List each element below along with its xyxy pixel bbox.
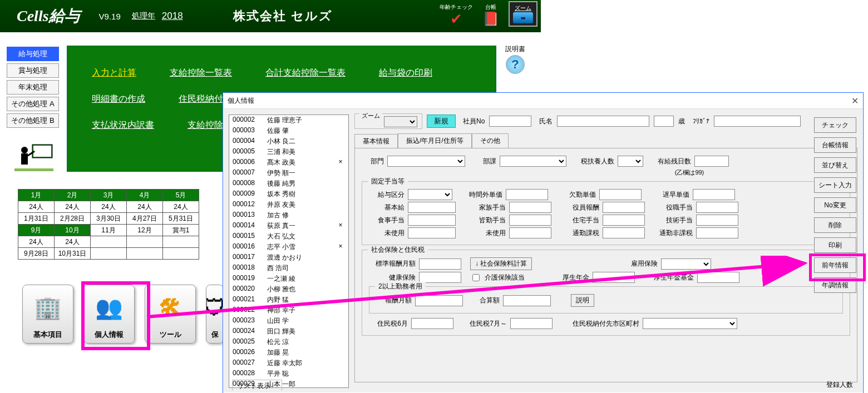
help-area[interactable]: 説明書 ?: [505, 44, 525, 74]
mode-salary[interactable]: 給与処理: [7, 47, 59, 61]
menu-total-list[interactable]: 合計支給控除一覧表: [265, 67, 346, 79]
list-item[interactable]: 000018西 浩司: [229, 263, 348, 273]
tools-button[interactable]: 🛠 ツール: [145, 285, 196, 344]
list-item[interactable]: 000002佐藤 理恵子: [229, 115, 348, 126]
menu-payment-detail[interactable]: 支払状況内訳書: [92, 120, 154, 131]
commute-tax-field[interactable]: [603, 227, 645, 238]
mode-other-a[interactable]: その他処理 A: [7, 97, 59, 111]
print-button[interactable]: 印刷: [814, 237, 856, 253]
new-button[interactable]: 新規: [427, 115, 456, 128]
emp-ins-select[interactable]: [661, 258, 711, 270]
list-item[interactable]: 000023山田 学: [229, 316, 348, 326]
no-change-button[interactable]: No変更: [814, 197, 856, 213]
check-button[interactable]: チェック: [814, 117, 856, 133]
list-item[interactable]: 000027近藤 幸太郎: [229, 358, 348, 369]
list-item[interactable]: 000005三浦 和美: [229, 147, 348, 157]
mode-other-b[interactable]: その他処理 B: [7, 113, 59, 128]
name-field[interactable]: [557, 116, 649, 127]
list-item[interactable]: 000024田口 輝美: [229, 326, 348, 337]
list-item[interactable]: 000019一之瀬 綾: [229, 273, 348, 284]
list-item[interactable]: 000012井原 友美: [229, 200, 348, 210]
list-item[interactable]: 000015大石 弘文: [229, 231, 348, 242]
tab-transfer[interactable]: 振込/年月日/住所等: [398, 133, 472, 148]
dependents-select[interactable]: [618, 156, 643, 167]
list-item[interactable]: 000014荻原 真一×: [229, 221, 348, 231]
menu-slip-create[interactable]: 明細書の作成: [92, 93, 145, 105]
family-field[interactable]: [509, 202, 551, 213]
employee-list[interactable]: 000002佐藤 理恵子000003佐藤 肇000004小林 良二000005三…: [229, 115, 349, 388]
meal-field[interactable]: [408, 215, 456, 226]
close-icon[interactable]: ✕: [851, 96, 859, 106]
menu-pay-envelope[interactable]: 給与袋の印刷: [379, 67, 432, 79]
paid-leave-field[interactable]: [694, 156, 729, 167]
year-adjust-button[interactable]: 年調情報: [814, 277, 856, 293]
unused2-field[interactable]: [509, 227, 551, 238]
personal-info-button[interactable]: 👥 個人情報: [83, 285, 135, 344]
list-item[interactable]: 000021内野 猛: [229, 295, 348, 305]
skill-field[interactable]: [696, 215, 738, 226]
emp-no-field[interactable]: [489, 116, 531, 127]
house-field[interactable]: [603, 215, 645, 226]
commute-notax-field[interactable]: [696, 227, 738, 238]
calc-insurance-button[interactable]: ↓ 社会保険料計算: [470, 257, 532, 270]
attend-field[interactable]: [509, 215, 551, 226]
menu-input-calc[interactable]: 入力と計算: [92, 67, 136, 79]
list-item[interactable]: 000028平井 聡: [229, 369, 348, 379]
restax-july-field[interactable]: [510, 318, 553, 329]
restax-city-select[interactable]: [643, 318, 737, 329]
restax-june-field[interactable]: [411, 318, 453, 329]
year-value[interactable]: 2018: [162, 11, 183, 22]
list-item[interactable]: 000026加藤 晃: [229, 347, 348, 358]
list-item[interactable]: 000017渡邊 かおり: [229, 252, 348, 263]
basic-items-button[interactable]: 🏢 基本項目: [22, 285, 73, 344]
std-monthly-field[interactable]: [419, 258, 461, 270]
welfare-field[interactable]: [593, 272, 635, 283]
tab-basic[interactable]: 基本情報: [354, 134, 398, 148]
unused1-field[interactable]: [408, 227, 456, 238]
menu-resident-tax[interactable]: 住民税納付: [179, 93, 223, 105]
base-field[interactable]: [408, 202, 456, 213]
list-item[interactable]: 000022神部 幸子: [229, 305, 348, 316]
tab-other[interactable]: その他: [472, 133, 509, 148]
age-check-button[interactable]: 年齢チェック ✔: [440, 3, 473, 27]
sheet-input-button[interactable]: シート入力: [814, 177, 856, 193]
list-item[interactable]: 000020小柳 雅也: [229, 284, 348, 295]
zoom-button[interactable]: ズーム ⇔: [509, 1, 537, 27]
sect-select[interactable]: [500, 156, 566, 167]
dual-explain-button[interactable]: 説明: [571, 294, 594, 307]
dual-monthly-field[interactable]: [415, 295, 463, 306]
list-item[interactable]: 000007伊勢 順一: [229, 168, 348, 178]
app-version: V9.19: [99, 12, 121, 21]
dual-total-field[interactable]: [503, 295, 551, 306]
mode-bonus[interactable]: 賞与処理: [7, 63, 59, 78]
list-item[interactable]: 000004小林 良二: [229, 136, 348, 147]
list-item[interactable]: 000025松元 涼: [229, 337, 348, 347]
late-rate-field[interactable]: [693, 189, 735, 200]
care-checkbox[interactable]: [472, 274, 480, 281]
ot-rate-field[interactable]: [506, 189, 548, 200]
health-field[interactable]: [419, 272, 461, 283]
kana-field[interactable]: [714, 116, 801, 127]
sort-button[interactable]: 並び替え: [814, 157, 856, 173]
officer-field[interactable]: [603, 202, 645, 213]
absent-rate-field[interactable]: [599, 189, 642, 200]
age-field[interactable]: [654, 116, 674, 127]
menu-deduction-list[interactable]: 支給控除一覧表: [170, 67, 232, 79]
list-item[interactable]: 000016志平 小雪×: [229, 242, 348, 252]
insurance-button-partial[interactable]: 🛡 保: [206, 285, 224, 344]
list-item[interactable]: 000009坂本 秀樹: [229, 189, 348, 200]
welfare-fund-field[interactable]: [697, 272, 739, 283]
dept-select[interactable]: [387, 156, 465, 167]
prev-year-button[interactable]: 前年情報: [814, 257, 856, 273]
mode-yearend[interactable]: 年末処理: [7, 80, 59, 94]
ledger-info-button[interactable]: 台帳情報: [814, 137, 856, 153]
post-field[interactable]: [696, 202, 738, 213]
list-item[interactable]: 000003佐藤 肇: [229, 126, 348, 136]
zoom-select[interactable]: [384, 116, 417, 127]
list-item[interactable]: 000006髙木 政美×: [229, 157, 348, 168]
ledger-button[interactable]: 台帳 📕: [483, 3, 499, 27]
delete-button[interactable]: 削除: [814, 217, 856, 233]
pay-class-select[interactable]: [408, 189, 452, 200]
list-item[interactable]: 000013加古 修: [229, 210, 348, 221]
list-item[interactable]: 000008後藤 純男: [229, 178, 348, 189]
